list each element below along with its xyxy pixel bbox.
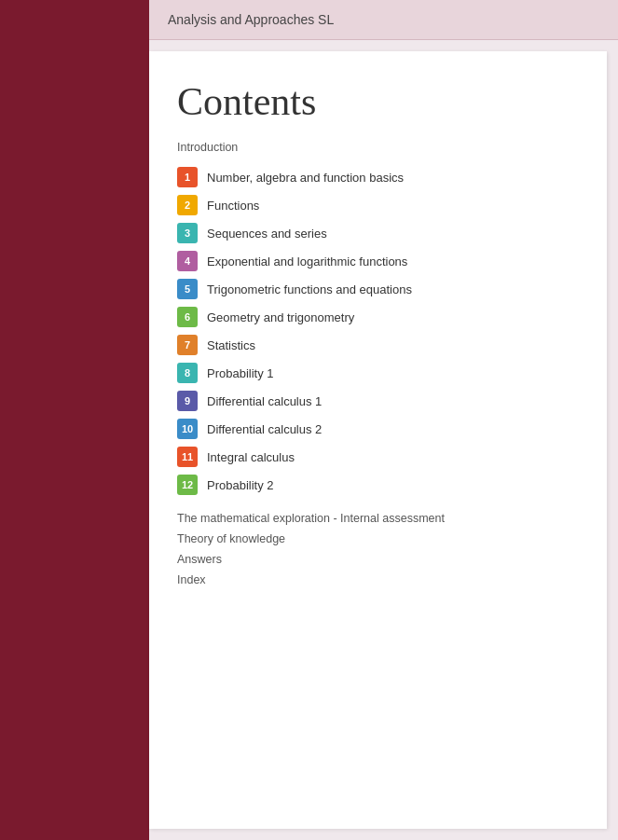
chapter-badge-2[interactable]: 2 <box>177 195 198 215</box>
chapter-name-10: Differential calculus 2 <box>207 422 322 436</box>
chapter-badge-10[interactable]: 10 <box>177 419 198 439</box>
chapter-name-12: Probability 2 <box>207 478 274 492</box>
chapter-item: 5Trigonometric functions and equations <box>177 279 579 299</box>
sidebar <box>0 0 149 840</box>
chapter-badge-8[interactable]: 8 <box>177 363 198 383</box>
chapter-item: 11Integral calculus <box>177 447 579 467</box>
contents-heading: Contents <box>177 79 579 124</box>
footer-item-3: Index <box>177 573 579 586</box>
chapter-name-6: Geometry and trigonometry <box>207 310 354 324</box>
chapter-name-5: Trigonometric functions and equations <box>207 282 412 296</box>
chapter-name-9: Differential calculus 1 <box>207 394 322 408</box>
chapter-name-2: Functions <box>207 199 259 213</box>
footer-item-2: Answers <box>177 553 579 566</box>
footer-item-0: The mathematical exploration - Internal … <box>177 512 579 525</box>
chapter-name-1: Number, algebra and function basics <box>207 171 404 185</box>
chapter-name-11: Integral calculus <box>207 450 295 464</box>
content-page: Contents Introduction 1Number, algebra a… <box>149 51 607 829</box>
chapter-name-4: Exponential and logarithmic functions <box>207 255 407 269</box>
main-area: Analysis and Approaches SL Contents Intr… <box>149 0 618 840</box>
chapter-badge-3[interactable]: 3 <box>177 223 198 243</box>
footer-item-1: Theory of knowledge <box>177 532 579 545</box>
chapter-badge-1[interactable]: 1 <box>177 167 198 187</box>
chapter-item: 3Sequences and series <box>177 223 579 243</box>
chapter-item: 7Statistics <box>177 335 579 355</box>
footer-items: The mathematical exploration - Internal … <box>177 512 579 586</box>
chapter-item: 8Probability 1 <box>177 363 579 383</box>
chapter-name-8: Probability 1 <box>207 366 274 380</box>
header-title: Analysis and Approaches SL <box>168 12 334 27</box>
chapter-item: 4Exponential and logarithmic functions <box>177 251 579 271</box>
chapter-badge-4[interactable]: 4 <box>177 251 198 271</box>
chapter-badge-6[interactable]: 6 <box>177 307 198 327</box>
chapter-list: 1Number, algebra and function basics2Fun… <box>177 167 579 495</box>
chapter-badge-7[interactable]: 7 <box>177 335 198 355</box>
chapter-item: 10Differential calculus 2 <box>177 419 579 439</box>
chapter-item: 2Functions <box>177 195 579 215</box>
chapter-name-3: Sequences and series <box>207 227 327 241</box>
chapter-badge-12[interactable]: 12 <box>177 475 198 495</box>
chapter-item: 12Probability 2 <box>177 475 579 495</box>
intro-label: Introduction <box>177 141 579 154</box>
chapter-badge-9[interactable]: 9 <box>177 391 198 411</box>
chapter-item: 6Geometry and trigonometry <box>177 307 579 327</box>
header: Analysis and Approaches SL <box>149 0 618 40</box>
chapter-item: 9Differential calculus 1 <box>177 391 579 411</box>
chapter-badge-5[interactable]: 5 <box>177 279 198 299</box>
chapter-badge-11[interactable]: 11 <box>177 447 198 467</box>
chapter-item: 1Number, algebra and function basics <box>177 167 579 187</box>
chapter-name-7: Statistics <box>207 338 255 352</box>
